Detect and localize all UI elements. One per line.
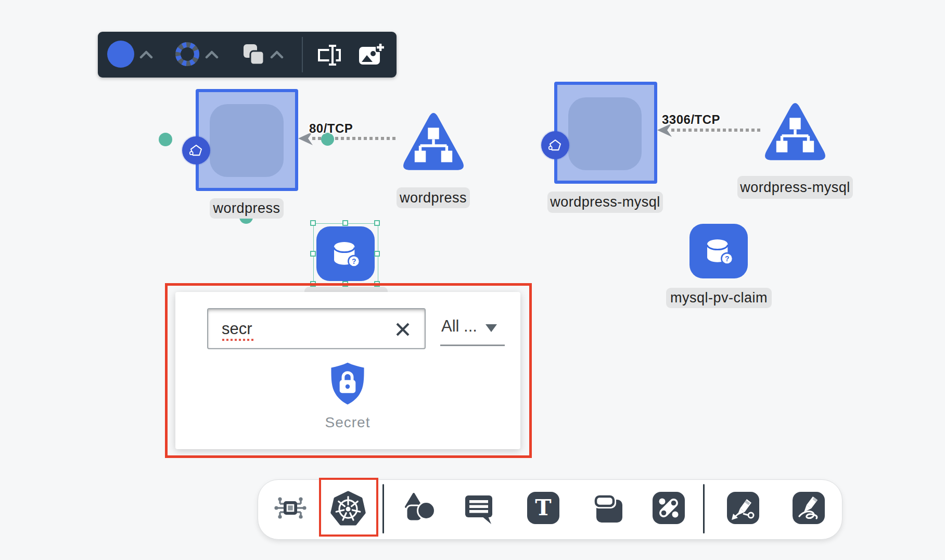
chevron-up-icon[interactable] [205,50,219,59]
pod-badge-icon[interactable] [541,131,569,159]
chevron-up-icon[interactable] [270,50,284,59]
chevron-down-icon [486,324,497,332]
kubernetes-tool-button[interactable] [330,491,366,526]
comment-tool-button[interactable] [461,490,496,526]
selection-handle[interactable] [374,251,380,257]
node-label-wordpress-mysql-pod[interactable]: wordpress-mysql [547,192,663,213]
stroke-color-swatch[interactable] [175,42,200,67]
label-text: wordpress [400,190,467,206]
connector-tool-button[interactable] [651,490,686,526]
toolbar-separator [302,37,303,72]
selection-handle[interactable] [374,281,380,287]
shapes-icon [403,491,436,525]
pentagon-icon [187,142,205,159]
close-icon [394,321,412,338]
shapes-tool-button[interactable] [402,490,437,526]
node-label-wordpress-mysql-service[interactable]: wordpress-mysql [737,176,853,199]
pvc-node-mysql-pv-claim[interactable]: ? [689,224,748,278]
edge-dotted-line [671,129,761,132]
pod-inner-shape [568,97,642,170]
rename-icon[interactable] [317,43,344,68]
label-text: wordpress [213,200,280,217]
infrastructure-tool-button[interactable] [273,490,308,526]
style-toolbar [98,32,397,78]
edge-label: 80/TCP [309,121,353,136]
node-label-wordpress-service[interactable]: wordpress [397,187,470,208]
text-icon: T [527,491,560,525]
node-label-mysql-pv-claim[interactable]: mysql-pv-claim [666,288,772,308]
selection-handle[interactable] [342,281,348,287]
pencil-scribble-icon [792,491,825,525]
clear-search-button[interactable] [391,318,414,341]
filter-value: All ... [441,317,477,336]
service-node-wordpress-mysql[interactable] [760,96,830,168]
pentagon-icon [546,136,564,154]
selection-handle[interactable] [342,220,348,226]
pod-badge-icon[interactable] [182,136,210,164]
copy-style-icon[interactable] [241,42,266,67]
kubernetes-helm-icon [330,491,366,526]
pod-inner-shape [210,104,284,177]
spellcheck-underline [222,339,254,341]
edge-label: 3306/TCP [662,112,720,127]
label-text: wordpress-mysql [550,194,660,210]
circuit-chip-icon [274,491,307,525]
svg-text:T: T [535,495,551,520]
chevron-up-icon[interactable] [139,50,153,59]
node-label-wordpress-pod[interactable]: wordpress [210,198,284,219]
search-result-secret[interactable]: Secret [311,357,384,435]
selection-handle[interactable] [310,281,316,287]
label-text: mysql-pv-claim [670,290,768,306]
dropdown-underline [440,345,505,346]
frame-tool-button[interactable] [591,490,627,526]
add-image-icon[interactable] [358,43,385,68]
selection-handle[interactable] [310,251,316,257]
connector-link-icon [652,491,685,525]
palette-separator [703,484,705,533]
canvas[interactable]: wordpress 80/TCP wordpress wordpress-mys… [0,0,945,560]
frame-icon [592,491,625,525]
connection-handle[interactable] [159,133,172,146]
text-tool-button[interactable]: T [526,490,561,526]
pod-node-wordpress[interactable] [196,89,298,191]
shape-search-popup: All ... Secret [175,292,520,449]
selection-handle[interactable] [310,220,316,226]
shield-lock-icon [327,361,368,407]
palette-separator [382,484,384,533]
selection-handle[interactable] [374,220,380,226]
database-question-icon: ? [698,232,739,271]
freehand-draw-tool-button[interactable] [791,490,826,526]
pen-arrow-icon [726,491,760,525]
label-text: wordpress-mysql [740,180,850,196]
result-label: Secret [311,414,384,431]
kind-filter-dropdown[interactable]: All ... [438,317,506,348]
comment-icon [462,491,495,525]
service-node-wordpress[interactable] [399,106,468,178]
svg-text:?: ? [725,254,729,263]
draw-connection-tool-button[interactable] [725,490,761,526]
tool-palette: T [258,479,842,540]
pod-node-wordpress-mysql[interactable] [554,82,657,184]
fill-color-swatch[interactable] [107,41,134,68]
selection-box [313,223,378,285]
